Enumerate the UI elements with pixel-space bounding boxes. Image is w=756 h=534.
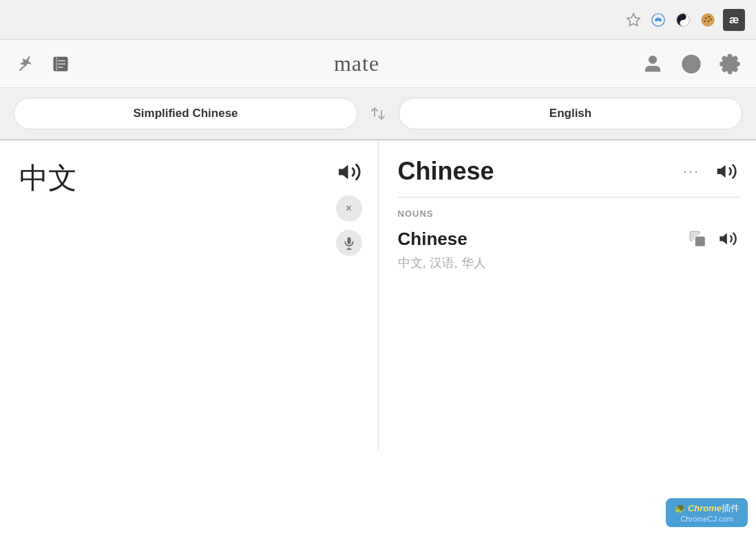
svg-point-9 [708,16,710,18]
link-icon[interactable] [649,10,668,30]
svg-point-12 [710,18,712,20]
svg-point-11 [708,20,710,22]
svg-rect-15 [56,56,57,71]
svg-point-5 [682,15,684,18]
definition-word-row: Chinese [398,227,740,250]
svg-rect-27 [695,237,705,246]
main-content: 中文 × [0,140,756,450]
svg-marker-28 [720,233,727,244]
settings-button[interactable] [717,52,742,76]
microphone-button[interactable] [336,230,362,256]
copy-button[interactable] [686,227,709,250]
app-title: mate [334,51,379,76]
more-options-button[interactable]: ··· [678,160,705,183]
microphone-icon [342,236,356,250]
translation-word: Chinese [398,157,669,186]
svg-rect-23 [347,237,350,244]
header-right [640,52,742,76]
svg-point-19 [649,56,656,63]
watermark-brand: 🐢 Chrome插件 [674,502,739,515]
popup-header: mate [0,40,756,88]
source-language-button[interactable]: Simplified Chinese [14,98,357,129]
svg-point-10 [704,20,706,22]
definition-block: Chinese 中文, [398,227,740,271]
yin-yang-icon[interactable] [673,10,693,30]
svg-marker-0 [627,13,640,25]
svg-point-6 [682,21,684,24]
svg-point-7 [702,13,714,25]
definition-alternatives: 中文, 汉语, 华人 [398,255,740,271]
star-icon[interactable] [624,10,643,30]
profile-button[interactable] [640,52,665,76]
source-speaker-button[interactable] [334,157,364,187]
chrome-toolbar: æ [0,0,756,40]
definition-speaker-button[interactable] [716,227,739,250]
book-button[interactable] [48,52,73,76]
source-panel: 中文 × [0,140,379,450]
source-actions: × [334,157,364,256]
target-language-button[interactable]: English [399,98,742,129]
clear-button[interactable]: × [336,195,362,222]
clear-icon: × [346,202,352,215]
extension-popup: mate Simplifi [0,40,756,534]
header-left [14,52,73,76]
svg-point-8 [705,17,707,19]
ae-badge[interactable]: æ [723,9,745,31]
translation-panel: Chinese ··· NOUNS Chinese [379,140,757,450]
history-button[interactable] [679,52,704,76]
translation-speaker-button[interactable] [713,158,739,184]
language-bar: Simplified Chinese English [0,88,756,140]
part-of-speech-label: NOUNS [398,209,740,219]
svg-line-13 [20,66,24,70]
divider [398,197,740,197]
svg-marker-26 [717,165,726,178]
definition-word: Chinese [398,228,680,250]
svg-marker-22 [339,165,348,180]
watermark: 🐢 Chrome插件 ChromeCJ.com [666,498,748,527]
swap-languages-button[interactable] [366,101,390,126]
watermark-site: ChromeCJ.com [680,515,733,523]
cookie-icon[interactable] [698,10,717,30]
source-text: 中文 [19,160,361,197]
pin-button[interactable] [14,52,39,76]
translation-header: Chinese ··· [398,157,740,186]
